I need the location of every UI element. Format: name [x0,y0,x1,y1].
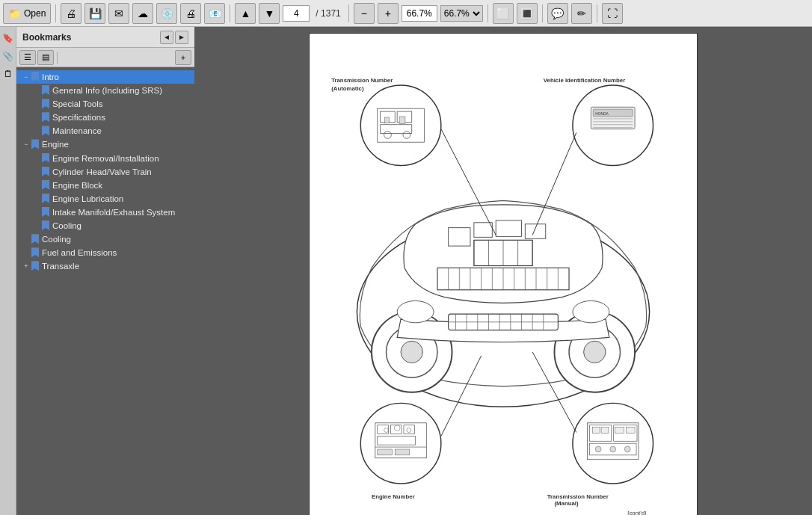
comment-button[interactable]: 💬 [547,3,568,24]
tree-item-engine[interactable]: −Engine [16,138,194,151]
fit-page-button[interactable]: 🔳 [517,3,538,24]
email-button[interactable]: ✉ [108,3,129,24]
expand-icon-transaxle[interactable]: + [22,261,30,271]
attachments-side-icon[interactable]: 📎 [1,49,15,63]
main-area: Bookmarks ◄ ► ☰ ▤ + −Intro General Info … [0,27,812,515]
tree-item-engine-removal[interactable]: Engine Removal/Installation [16,152,194,165]
tree-item-cylinder-head[interactable]: Cylinder Head/Valve Train [16,165,194,179]
tree-item-cooling-sub[interactable]: Cooling [16,219,194,232]
bm-separator [57,52,58,64]
svg-rect-81 [592,428,600,434]
share-button[interactable]: ☁ [132,3,153,24]
bookmark-icon-engine-removal [42,153,49,163]
svg-point-28 [584,341,606,363]
separator-2 [230,4,230,22]
svg-point-89 [624,446,630,452]
tree-item-engine-lubrication[interactable]: Engine Lubrication [16,192,194,206]
panel-nav-left[interactable]: ◄ [160,31,173,44]
tree-label-cylinder-head: Cylinder Head/Valve Train [52,166,191,178]
bookmark-icon-special-tools [42,99,49,108]
svg-text:Vehicle Identification Number: Vehicle Identification Number [544,77,625,84]
page-input[interactable] [283,5,310,22]
tree-label-specifications: Specifications [52,111,191,123]
tree-item-cooling[interactable]: Cooling [16,232,194,246]
tree-item-specifications[interactable]: Specifications [16,111,194,124]
svg-rect-1 [449,228,470,246]
tree-item-engine-block[interactable]: Engine Block [16,179,194,192]
bookmark-icon-intro [31,72,39,81]
toolbar: 📁 Open 🖨 💾 ✉ ☁ 💿 🖨 📧 ▲ ▼ / 1371 − + 66.7… [0,0,812,27]
bookmarks-toolbar: ☰ ▤ + [16,48,194,67]
open-label: Open [24,8,46,19]
svg-point-29 [397,300,434,322]
fullscreen-button[interactable]: ⛶ [602,3,623,24]
floppy-button[interactable]: 💿 [156,3,177,24]
bookmark-icon-cooling [31,234,39,244]
mail2-button[interactable]: 📧 [204,3,225,24]
separator-6 [597,4,597,22]
zoom-input[interactable] [402,5,437,22]
tree-label-engine: Engine [42,138,191,150]
bookmark-icon-cooling-sub [42,221,49,230]
open-button[interactable]: 📁 Open [3,3,51,24]
svg-point-88 [610,446,616,452]
separator-4 [487,4,488,22]
tree-label-intro: Intro [42,71,191,83]
zoom-in-button[interactable]: + [378,3,399,24]
print-button[interactable]: 🖨 [61,3,81,24]
bookmark-icon-engine [31,139,39,149]
next-page-button[interactable]: ▼ [259,3,280,24]
print2-button[interactable]: 🖨 [180,3,201,24]
svg-rect-71 [378,449,393,455]
bm-expand-button[interactable]: ▤ [37,50,54,65]
expand-icon-intro[interactable]: − [22,72,30,82]
bookmark-icon-specifications [42,112,49,122]
bookmark-icon-engine-lubrication [42,194,49,203]
bookmark-icon-fuel-emissions [31,247,39,257]
bookmarks-side-icon[interactable]: 🔖 [1,31,15,45]
panel-nav-right[interactable]: ► [175,31,188,44]
car-diagram [357,200,649,407]
separator-1 [55,4,56,22]
bm-add-button[interactable]: + [175,50,191,65]
tree-label-engine-removal: Engine Removal/Installation [52,152,191,164]
tree-item-intake-manifold[interactable]: Intake Manifold/Exhaust System [16,206,194,219]
bookmark-icon-general-info [42,85,49,95]
svg-text:Transmission Number: Transmission Number [547,493,609,500]
tree-item-intro[interactable]: −Intro [16,70,194,84]
tree-item-special-tools[interactable]: Special Tools [16,97,194,111]
svg-text:Engine Number: Engine Number [372,493,415,500]
fit-width-button[interactable]: ⬜ [493,3,514,24]
page-total: / 1371 [313,8,343,19]
tree-item-transaxle[interactable]: +Transaxle [16,259,194,273]
save-button[interactable]: 💾 [84,3,105,24]
tree-label-fuel-emissions: Fuel and Emissions [42,247,191,259]
bookmarks-tree[interactable]: −Intro General Info (Including SRS) Spec… [16,67,194,515]
highlight-button[interactable]: ✏ [571,3,592,24]
tree-item-maintenance[interactable]: Maintenance [16,124,194,138]
tree-label-engine-block: Engine Block [52,179,191,191]
bookmark-icon-intake-manifold [42,207,49,217]
tree-label-maintenance: Maintenance [52,125,191,137]
tree-label-general-info: General Info (Including SRS) [52,84,191,96]
bm-options-button[interactable]: ☰ [19,50,36,65]
tree-label-special-tools: Special Tools [52,98,191,110]
bookmark-icon-transaxle [31,261,39,271]
pages-side-icon[interactable]: 🗒 [1,67,15,81]
prev-page-button[interactable]: ▲ [235,3,256,24]
folder-icon: 📁 [8,7,21,19]
tree-item-general-info[interactable]: General Info (Including SRS) [16,84,194,97]
svg-rect-4 [525,224,545,239]
tree-item-fuel-emissions[interactable]: Fuel and Emissions [16,246,194,259]
zoom-dropdown[interactable]: 66.7% 50% 75% 100% 125% 150% [440,5,483,22]
expand-icon-engine[interactable]: − [22,139,30,149]
tree-label-engine-lubrication: Engine Lubrication [52,193,191,205]
svg-point-87 [595,446,601,452]
zoom-out-button[interactable]: − [354,3,375,24]
svg-rect-3 [496,221,521,237]
separator-3 [348,4,349,22]
left-panel: Bookmarks ◄ ► ☰ ▤ + −Intro General Info … [16,27,194,515]
svg-point-30 [573,300,609,322]
tree-label-cooling: Cooling [42,233,191,245]
bookmarks-title: Bookmarks [22,32,71,43]
